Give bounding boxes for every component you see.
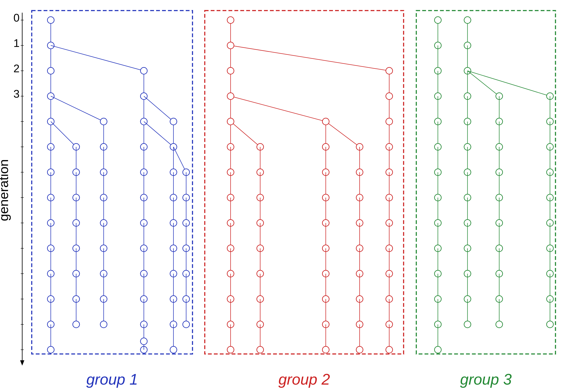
node-g2-g4-c1 bbox=[227, 118, 234, 125]
node-g3-g12-c3 bbox=[496, 321, 503, 328]
group3-label: group 3 bbox=[460, 371, 512, 388]
node-g1-t1-g2a bbox=[47, 67, 54, 74]
node-g2-g1-c1 bbox=[227, 42, 234, 49]
svg-line-86 bbox=[231, 122, 260, 147]
node-g3-g0-c1 bbox=[434, 17, 441, 24]
node-g3-g13-c1 bbox=[434, 346, 441, 353]
node-g3-g12-c2 bbox=[464, 321, 471, 328]
node-g1-g12-c6 bbox=[183, 321, 190, 328]
y-label-1: 1 bbox=[14, 37, 20, 49]
svg-line-22 bbox=[51, 96, 104, 122]
node-g1-g12-c3 bbox=[100, 321, 107, 328]
y-axis-label: generation bbox=[0, 159, 11, 221]
node-g1-g12-c2 bbox=[73, 321, 79, 328]
node-g2-g3-c6 bbox=[386, 93, 393, 99]
node-g2-g13-c1 bbox=[227, 346, 234, 353]
svg-marker-1 bbox=[20, 360, 24, 365]
node-g2-g4-c6 bbox=[386, 118, 393, 125]
svg-line-136 bbox=[467, 71, 499, 96]
node-g1-g4-c3 bbox=[100, 118, 107, 125]
svg-line-18 bbox=[51, 45, 144, 71]
node-g1-g13-c5 bbox=[170, 346, 177, 353]
node-g3-g0-c2 bbox=[464, 17, 471, 24]
node-g1-extra bbox=[140, 338, 147, 345]
svg-line-137 bbox=[467, 71, 550, 96]
svg-line-83 bbox=[231, 96, 326, 122]
node-g2-g13-c4 bbox=[322, 346, 329, 353]
svg-line-27 bbox=[51, 122, 76, 147]
svg-line-79 bbox=[231, 45, 389, 71]
svg-line-88 bbox=[326, 122, 360, 147]
group2-border bbox=[205, 11, 404, 354]
svg-line-24 bbox=[144, 96, 173, 122]
node-g2-g0-c1 bbox=[227, 17, 234, 24]
group2-label: group 2 bbox=[278, 371, 330, 388]
node-g2-g2-c6 bbox=[386, 67, 393, 74]
y-label-0: 0 bbox=[14, 12, 20, 24]
node-g1-g4-c5 bbox=[170, 118, 177, 125]
node-g2-g13-c2 bbox=[257, 346, 264, 353]
node-g2-g3-c1 bbox=[227, 93, 234, 99]
y-label-3: 3 bbox=[14, 88, 20, 100]
node-g2-g2-c1 bbox=[227, 67, 234, 74]
node-g1-t1-g2b bbox=[140, 67, 147, 74]
node-g2-g13-c6 bbox=[386, 346, 393, 353]
node-g1-t1-g0 bbox=[47, 17, 54, 24]
node-g2-g13-c5 bbox=[356, 346, 363, 353]
node-g1-g13-c1 bbox=[47, 346, 54, 353]
group1-label: group 1 bbox=[86, 371, 138, 388]
node-g2-g4-c3 bbox=[322, 118, 329, 125]
svg-line-36 bbox=[173, 147, 186, 172]
svg-line-30 bbox=[144, 122, 173, 147]
node-g3-g12-c5 bbox=[547, 321, 553, 328]
y-label-2: 2 bbox=[14, 62, 20, 75]
